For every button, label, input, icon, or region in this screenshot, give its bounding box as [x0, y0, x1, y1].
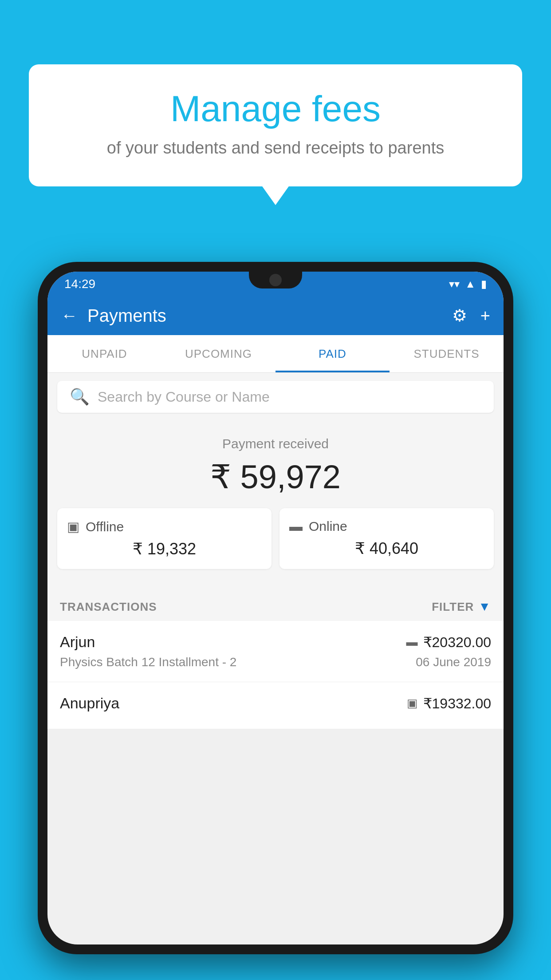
tab-students[interactable]: STUDENTS: [390, 335, 504, 372]
payment-total-amount: ₹ 59,972: [57, 458, 494, 496]
online-label: Online: [309, 519, 347, 534]
payment-received-label: Payment received: [57, 436, 494, 451]
payment-type-icon: ▣: [407, 696, 418, 710]
transaction-row[interactable]: Arjun ▬ ₹20320.00 Physics Batch 12 Insta…: [47, 621, 504, 682]
transaction-course: Physics Batch 12 Installment - 2: [60, 655, 236, 669]
search-icon: 🔍: [70, 387, 90, 406]
settings-icon[interactable]: ⚙: [452, 306, 467, 325]
transaction-amount-wrap: ▬ ₹20320.00: [406, 634, 491, 651]
transactions-label: TRANSACTIONS: [60, 600, 157, 614]
speech-bubble-title: Manage fees: [55, 89, 496, 129]
offline-amount: ₹ 19,332: [67, 540, 262, 558]
filter-label: FILTER: [432, 600, 474, 614]
filter-icon: ▼: [478, 600, 491, 614]
status-icons: ▾▾ ▲ ▮: [449, 278, 487, 290]
search-container: 🔍 Search by Course or Name: [47, 373, 504, 421]
transaction-name: Anupriya: [60, 695, 119, 712]
payment-cards: ▣ Offline ₹ 19,332 ▬ Online ₹ 40,640: [57, 508, 494, 579]
transactions-header: TRANSACTIONS FILTER ▼: [47, 590, 504, 621]
app-header: ← Payments ⚙ +: [47, 296, 504, 335]
transaction-amount-wrap: ▣ ₹19332.00: [407, 695, 491, 712]
search-bar[interactable]: 🔍 Search by Course or Name: [57, 381, 494, 413]
search-placeholder: Search by Course or Name: [98, 389, 270, 405]
payment-type-icon: ▬: [406, 635, 418, 649]
transaction-row2: Physics Batch 12 Installment - 2 06 June…: [60, 655, 491, 669]
transaction-list: Arjun ▬ ₹20320.00 Physics Batch 12 Insta…: [47, 621, 504, 729]
transaction-row1: Anupriya ▣ ₹19332.00: [60, 695, 491, 712]
offline-card-top: ▣ Offline: [67, 519, 262, 534]
back-button[interactable]: ←: [61, 306, 78, 325]
wifi-icon: ▾▾: [449, 278, 460, 290]
speech-bubble: Manage fees of your students and send re…: [29, 64, 522, 186]
transaction-name: Arjun: [60, 633, 95, 651]
filter-button[interactable]: FILTER ▼: [432, 600, 491, 614]
phone-container: 14:29 ▾▾ ▲ ▮ ← Payments ⚙ +: [38, 262, 513, 980]
phone-notch: [249, 272, 302, 288]
page-title: Payments: [87, 306, 166, 326]
header-left: ← Payments: [61, 306, 166, 326]
phone-camera: [269, 274, 282, 286]
online-card-top: ▬ Online: [289, 519, 484, 534]
transaction-amount: ₹20320.00: [423, 634, 491, 651]
tab-upcoming[interactable]: UPCOMING: [161, 335, 276, 372]
payment-summary: Payment received ₹ 59,972 ▣ Offline ₹ 19…: [47, 421, 504, 590]
battery-icon: ▮: [481, 278, 487, 290]
phone-screen: 14:29 ▾▾ ▲ ▮ ← Payments ⚙ +: [47, 272, 504, 944]
offline-card: ▣ Offline ₹ 19,332: [57, 508, 272, 569]
online-icon: ▬: [289, 519, 303, 534]
transaction-row1: Arjun ▬ ₹20320.00: [60, 633, 491, 651]
phone-frame: 14:29 ▾▾ ▲ ▮ ← Payments ⚙ +: [38, 262, 513, 954]
speech-bubble-subtitle: of your students and send receipts to pa…: [55, 138, 496, 158]
transaction-amount: ₹19332.00: [423, 695, 491, 712]
add-icon[interactable]: +: [480, 306, 490, 325]
online-amount: ₹ 40,640: [289, 539, 484, 558]
tab-unpaid[interactable]: UNPAID: [47, 335, 161, 372]
status-time: 14:29: [64, 277, 95, 291]
online-card: ▬ Online ₹ 40,640: [279, 508, 494, 569]
offline-label: Offline: [86, 519, 124, 534]
header-right: ⚙ +: [452, 306, 490, 325]
transaction-date: 06 June 2019: [416, 655, 491, 669]
transaction-row[interactable]: Anupriya ▣ ₹19332.00: [47, 682, 504, 729]
signal-icon: ▲: [465, 278, 476, 290]
tab-paid[interactable]: PAID: [276, 335, 390, 372]
tabs-bar: UNPAID UPCOMING PAID STUDENTS: [47, 335, 504, 373]
offline-icon: ▣: [67, 519, 79, 534]
